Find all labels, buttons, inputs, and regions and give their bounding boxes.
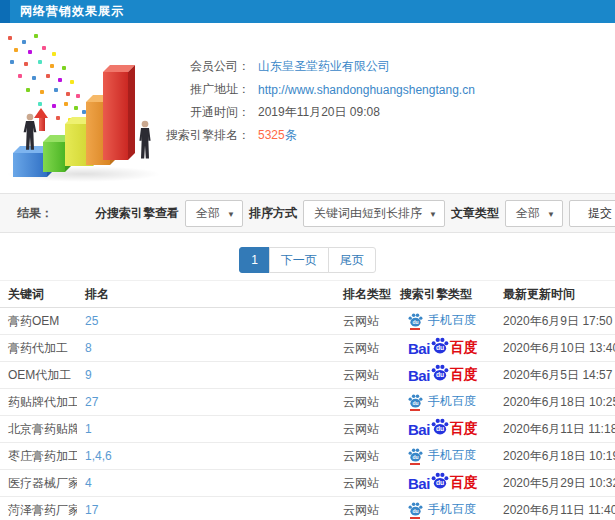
info-fields: 会员公司： 山东皇圣堂药业有限公司 推广地址： http://www.shand…: [130, 55, 475, 147]
info-field-label: 会员公司：: [130, 58, 250, 75]
page-button-current[interactable]: 1: [239, 247, 270, 273]
baidu-paw-icon: du: [408, 448, 423, 462]
svg-text:du: du: [412, 508, 418, 514]
svg-text:du: du: [436, 425, 444, 432]
chart-bar-blue: [13, 153, 47, 177]
mobile-baidu-badge: du 手机百度: [408, 501, 476, 518]
info-field-row: 搜索引擎排名： 5325条: [130, 124, 475, 147]
engine-cell: du 手机百度: [394, 308, 497, 335]
info-section: 会员公司： 山东皇圣堂药业有限公司 推广地址： http://www.shand…: [0, 23, 615, 193]
caret-down-icon: ▼: [547, 210, 555, 219]
header-rank-type: 排名类型: [337, 281, 394, 308]
rank-cell[interactable]: 9: [77, 362, 337, 389]
info-field-row: 推广地址： http://www.shandonghuangshengtang.…: [130, 78, 475, 101]
engine-filter-select[interactable]: 全部 ▼: [185, 200, 243, 227]
article-type-filter-label: 文章类型: [451, 205, 499, 222]
sort-filter-select[interactable]: 关键词由短到长排序 ▼: [303, 200, 445, 227]
result-label: 结果：: [17, 205, 53, 222]
search-rank-highlight: 5325条: [258, 127, 297, 144]
baidu-logo: Bai du 百度: [408, 366, 478, 384]
update-time-cell: 2020年5月29日 10:32: [497, 470, 615, 497]
header-update-time: 最新更新时间: [497, 281, 615, 308]
keyword-cell: 北京膏药贴牌: [0, 416, 77, 443]
search-rank-count: 5325: [258, 128, 285, 142]
table-row: OEM代加工 9 云网站 Bai du 百度 2: [0, 362, 615, 389]
table-row: 药贴牌代加工 27 云网站 du 手机百度: [0, 389, 615, 416]
info-field-value[interactable]: http://www.shandonghuangshengtang.cn: [258, 83, 475, 97]
mobile-baidu-badge: du 手机百度: [408, 312, 476, 329]
update-time-cell: 2020年6月9日 17:50: [497, 308, 615, 335]
baidu-paw-icon: du: [408, 394, 423, 408]
baidu-logo: Bai du 百度: [408, 420, 478, 438]
table-row: 北京膏药贴牌 1 云网站 Bai du 百度 2: [0, 416, 615, 443]
svg-text:du: du: [412, 454, 418, 460]
rank-type-cell: 云网站: [337, 443, 394, 470]
keyword-cell: 枣庄膏药加工: [0, 443, 77, 470]
header-keyword: 关键词: [0, 281, 77, 308]
confetti-decoration: [8, 36, 12, 40]
update-time-cell: 2020年6月11日 11:40: [497, 497, 615, 520]
page-button-next[interactable]: 下一页: [269, 247, 329, 273]
businessman-left-figure: [22, 113, 38, 153]
update-time-cell: 2020年6月10日 13:40: [497, 335, 615, 362]
update-time-cell: 2020年6月11日 11:18: [497, 416, 615, 443]
mobile-baidu-label: 手机百度: [428, 312, 476, 329]
keyword-cell: 膏药代加工: [0, 335, 77, 362]
engine-cell: Bai du 百度: [394, 335, 497, 362]
rank-cell[interactable]: 25: [77, 308, 337, 335]
engine-filter-label: 分搜索引擎查看: [95, 205, 179, 222]
rank-type-cell: 云网站: [337, 470, 394, 497]
rank-type-cell: 云网站: [337, 362, 394, 389]
baidu-logo: Bai du 百度: [408, 474, 478, 492]
mobile-baidu-label: 手机百度: [428, 501, 476, 518]
engine-cell: du 手机百度: [394, 389, 497, 416]
keyword-cell: 菏泽膏药厂家: [0, 497, 77, 520]
svg-text:du: du: [436, 479, 444, 486]
page-title: 网络营销效果展示: [20, 3, 124, 20]
caret-down-icon: ▼: [227, 210, 235, 219]
baidu-paw-icon: du: [431, 418, 449, 435]
svg-text:du: du: [436, 344, 444, 351]
baidu-logo-bai: Bai: [408, 475, 430, 492]
article-type-filter-select[interactable]: 全部 ▼: [505, 200, 563, 227]
header-engine-type: 搜索引擎类型: [394, 281, 497, 308]
table-row: 医疗器械厂家 4 云网站 Bai du 百度 2: [0, 470, 615, 497]
rank-cell[interactable]: 4: [77, 470, 337, 497]
article-type-filter-value: 全部: [516, 205, 540, 222]
svg-text:du: du: [412, 319, 418, 325]
table-header-row: 关键词 排名 排名类型 搜索引擎类型 最新更新时间: [0, 281, 615, 308]
table-body: 膏药OEM 25 云网站 du 手机百度: [0, 308, 615, 520]
rank-cell[interactable]: 8: [77, 335, 337, 362]
engine-cell: du 手机百度: [394, 443, 497, 470]
rank-cell[interactable]: 1,4,6: [77, 443, 337, 470]
table-row: 菏泽膏药厂家 17 云网站 du 手机百度: [0, 497, 615, 520]
update-time-cell: 2020年6月5日 14:57: [497, 362, 615, 389]
keyword-cell: 药贴牌代加工: [0, 389, 77, 416]
sort-filter-value: 关键词由短到长排序: [314, 205, 422, 222]
baidu-logo-cn: 百度: [450, 366, 478, 384]
page-button-last[interactable]: 尾页: [328, 247, 376, 273]
rank-cell[interactable]: 27: [77, 389, 337, 416]
rank-cell[interactable]: 17: [77, 497, 337, 520]
titlebar-accent: [0, 0, 10, 23]
update-time-cell: 2020年6月18日 10:25: [497, 389, 615, 416]
engine-filter-value: 全部: [196, 205, 220, 222]
baidu-logo-bai: Bai: [408, 340, 430, 357]
rank-type-cell: 云网站: [337, 335, 394, 362]
rank-cell[interactable]: 1: [77, 416, 337, 443]
info-field-value[interactable]: 山东皇圣堂药业有限公司: [258, 58, 390, 75]
keyword-cell: OEM代加工: [0, 362, 77, 389]
info-field-row: 会员公司： 山东皇圣堂药业有限公司: [130, 55, 475, 78]
keyword-cell: 医疗器械厂家: [0, 470, 77, 497]
baidu-logo: Bai du 百度: [408, 339, 478, 357]
baidu-logo-cn: 百度: [450, 474, 478, 492]
submit-button[interactable]: 提交: [569, 200, 615, 227]
table-row: 枣庄膏药加工 1,4,6 云网站 du 手机百度: [0, 443, 615, 470]
rank-type-cell: 云网站: [337, 308, 394, 335]
baidu-paw-icon: du: [408, 313, 423, 327]
baidu-paw-icon: du: [431, 364, 449, 381]
baidu-paw-icon: du: [431, 337, 449, 354]
info-field-value: 2019年11月20日 09:08: [258, 104, 380, 121]
filter-controls: 分搜索引擎查看 全部 ▼ 排序方式 关键词由短到长排序 ▼ 文章类型 全部 ▼ …: [95, 200, 615, 227]
titlebar: 网络营销效果展示: [0, 0, 615, 23]
